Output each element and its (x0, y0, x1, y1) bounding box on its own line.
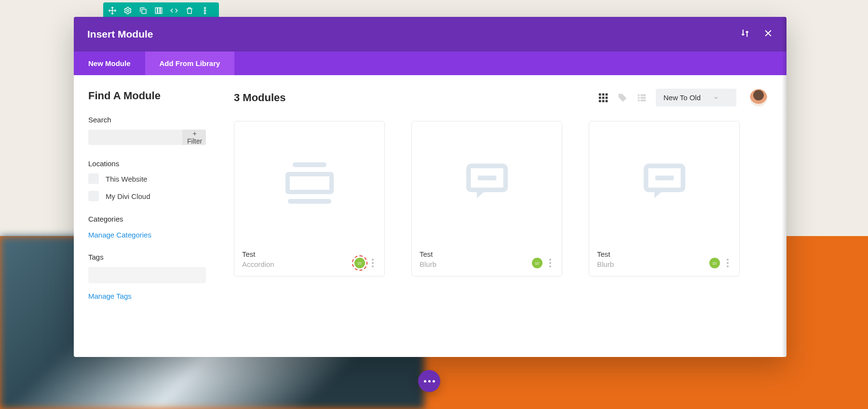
chevron-down-icon (713, 95, 719, 101)
svg-rect-19 (640, 94, 646, 96)
module-card-blurb-2[interactable]: Test Blurb (589, 121, 740, 277)
tab-new-module[interactable]: New Module (74, 52, 145, 75)
sort-select[interactable]: New To Old (656, 89, 736, 106)
tab-add-from-library[interactable]: Add From Library (145, 52, 235, 75)
tag-view-icon[interactable] (617, 92, 628, 103)
svg-rect-11 (599, 96, 601, 99)
globe-icon[interactable] (532, 258, 542, 268)
svg-rect-12 (602, 96, 604, 99)
svg-rect-18 (637, 94, 639, 96)
duplicate-icon[interactable] (139, 6, 148, 15)
module-cards: Test Accordion (234, 121, 767, 277)
manage-categories-link[interactable]: Manage Categories (88, 231, 151, 239)
grid-view-icon[interactable] (598, 92, 609, 103)
modal-header: Insert Module (74, 17, 787, 52)
more-icon[interactable] (724, 259, 732, 267)
svg-rect-2 (155, 8, 157, 13)
more-icon[interactable] (201, 6, 209, 15)
results-heading: 3 Modules (234, 92, 286, 104)
svg-rect-22 (637, 99, 639, 101)
filter-button[interactable]: + Filter (182, 130, 206, 145)
card-type: Blurb (597, 260, 614, 268)
checkbox-icon[interactable] (88, 173, 99, 184)
svg-rect-15 (602, 100, 604, 102)
svg-point-5 (204, 7, 206, 9)
list-view-icon[interactable] (637, 92, 647, 103)
svg-point-17 (620, 95, 621, 96)
svg-rect-21 (640, 97, 646, 99)
blurb-icon (641, 161, 688, 205)
manage-tags-link[interactable]: Manage Tags (88, 292, 132, 300)
insert-module-modal: Insert Module New Module Add From Librar… (74, 17, 787, 357)
gear-icon[interactable] (123, 6, 132, 15)
sort-toggle-icon[interactable] (740, 28, 750, 40)
svg-rect-8 (599, 93, 601, 95)
card-type: Accordion (242, 260, 274, 268)
user-avatar[interactable] (750, 89, 767, 106)
card-title: Test (420, 250, 436, 258)
move-icon[interactable] (108, 6, 117, 15)
modal-title: Insert Module (87, 28, 153, 40)
svg-rect-23 (640, 99, 646, 101)
locations-label: Locations (88, 159, 206, 168)
svg-rect-13 (605, 96, 608, 99)
card-title: Test (242, 250, 274, 258)
sidebar-heading: Find A Module (88, 90, 206, 102)
module-card-accordion[interactable]: Test Accordion (234, 121, 385, 277)
location-my-divi-cloud[interactable]: My Divi Cloud (88, 191, 206, 201)
svg-point-0 (127, 9, 129, 12)
card-title: Test (597, 250, 614, 258)
tags-input[interactable] (88, 267, 206, 283)
categories-label: Categories (88, 215, 206, 223)
svg-rect-3 (158, 8, 160, 13)
svg-point-7 (204, 12, 206, 13)
card-preview (234, 121, 384, 244)
svg-point-6 (204, 10, 206, 11)
svg-rect-16 (605, 100, 608, 102)
trash-icon[interactable] (185, 6, 194, 15)
more-icon[interactable] (369, 259, 377, 267)
svg-rect-1 (142, 9, 146, 13)
card-type: Blurb (420, 260, 436, 268)
tags-label: Tags (88, 253, 206, 261)
svg-rect-9 (602, 93, 604, 95)
svg-rect-4 (161, 8, 162, 13)
more-icon[interactable] (546, 259, 554, 267)
location-this-website[interactable]: This Website (88, 173, 206, 184)
builder-fab[interactable] (418, 370, 440, 392)
accordion-icon (285, 162, 334, 204)
svg-rect-14 (599, 100, 601, 102)
blurb-icon (464, 161, 510, 205)
checkbox-icon[interactable] (88, 191, 99, 201)
card-preview (589, 121, 739, 244)
card-preview (412, 121, 562, 244)
globe-icon[interactable] (354, 258, 365, 268)
code-icon[interactable] (170, 6, 178, 15)
columns-icon[interactable] (154, 6, 163, 15)
section-toolbar[interactable] (103, 2, 219, 18)
sidebar: Find A Module Search + Filter Locations … (74, 75, 217, 357)
svg-rect-10 (605, 93, 608, 95)
content-area: 3 Modules New To Old (217, 75, 787, 357)
modal-tabs: New Module Add From Library (74, 52, 787, 75)
svg-rect-20 (637, 97, 639, 99)
search-label: Search (88, 116, 206, 124)
globe-icon[interactable] (709, 258, 720, 268)
search-input[interactable] (88, 130, 182, 145)
module-card-blurb[interactable]: Test Blurb (411, 121, 562, 277)
close-icon[interactable] (763, 28, 773, 40)
